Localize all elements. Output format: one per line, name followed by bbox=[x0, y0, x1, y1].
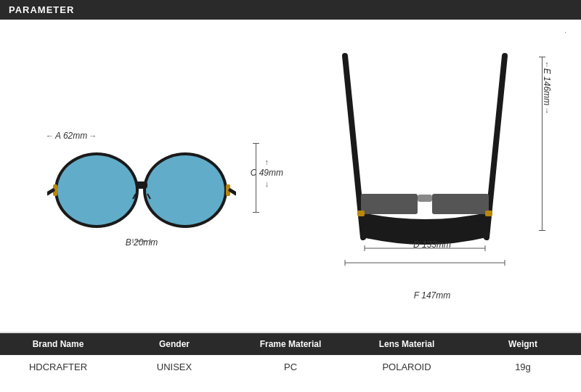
svg-rect-19 bbox=[357, 211, 365, 216]
measurement-d-label: D 133mm bbox=[413, 240, 451, 250]
svg-point-3 bbox=[146, 155, 224, 225]
measurement-b-label: B 20mm bbox=[126, 237, 158, 248]
header-lens-material: Lens Material bbox=[349, 333, 465, 355]
data-brand: HDCRAFTER bbox=[0, 356, 116, 378]
svg-line-8 bbox=[230, 190, 236, 194]
svg-rect-18 bbox=[418, 195, 432, 202]
data-weight: 19g bbox=[465, 356, 581, 378]
params-table: Brand Name Gender Frame Material Lens Ma… bbox=[0, 332, 581, 378]
svg-rect-20 bbox=[485, 211, 492, 216]
measurement-e-label: E 146mm bbox=[542, 68, 552, 105]
header-title: PARAMETER bbox=[9, 4, 74, 15]
data-frame-material: PC bbox=[232, 356, 349, 378]
svg-line-14 bbox=[345, 56, 363, 237]
glasses-top-view: D 133mm F 147mm ↑ E 146mm ↓ bbox=[316, 45, 548, 306]
right-panel: · bbox=[283, 20, 581, 332]
dot-marker: · bbox=[564, 28, 566, 36]
header-brand: Brand Name bbox=[0, 333, 116, 355]
svg-rect-16 bbox=[361, 194, 418, 214]
left-panel: ← A 62mm → bbox=[0, 20, 283, 332]
svg-rect-4 bbox=[136, 181, 147, 189]
table-header-row: Brand Name Gender Frame Material Lens Ma… bbox=[0, 333, 581, 355]
data-lens-material: POLAROID bbox=[349, 356, 465, 378]
svg-rect-17 bbox=[432, 194, 489, 214]
table-data-row: HDCRAFTER UNISEX PC POLAROID 19g bbox=[0, 355, 581, 378]
header-weight: Weignt bbox=[465, 333, 581, 355]
glasses-front-view: ← A 62mm → bbox=[40, 103, 243, 248]
svg-line-15 bbox=[487, 56, 505, 237]
measurement-f-label: F 147mm bbox=[414, 290, 450, 301]
svg-point-1 bbox=[57, 155, 136, 225]
main-content: ← A 62mm → bbox=[0, 20, 581, 332]
data-gender: UNISEX bbox=[116, 356, 232, 378]
svg-line-7 bbox=[47, 190, 53, 194]
header-gender: Gender bbox=[116, 333, 232, 355]
header-frame-material: Frame Material bbox=[232, 333, 349, 355]
page-header: PARAMETER bbox=[0, 0, 581, 20]
